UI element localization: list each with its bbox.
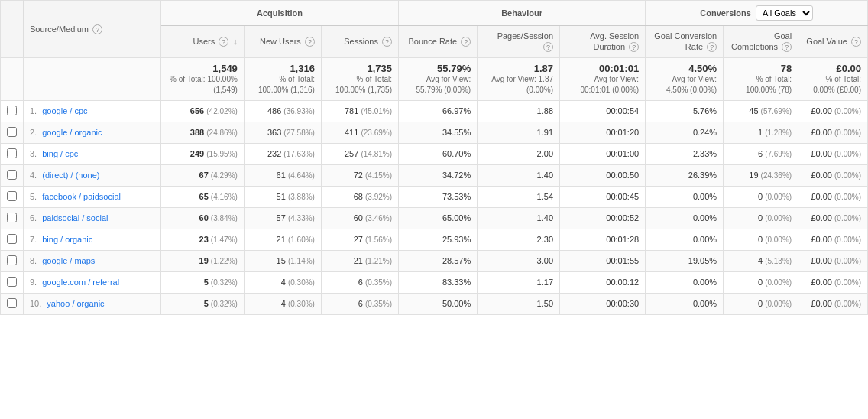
row-checkbox[interactable]: [7, 191, 17, 201]
row-sessions-cell: 60 (3.46%): [321, 207, 398, 229]
row-avg-session-cell: 00:00:52: [560, 207, 646, 229]
row-sessions-cell: 21 (1.21%): [321, 250, 398, 271]
summary-sessions-value: 1,735: [328, 63, 392, 74]
row-users-cell: 388 (24.86%): [161, 122, 245, 143]
row-source-cell: 10. yahoo / organic: [24, 293, 161, 314]
bounce-rate-label: Bounce Rate: [409, 37, 458, 46]
row-goal-val-cell: £0.00 (0.00%): [798, 293, 868, 314]
row-checkbox-cell[interactable]: [1, 143, 24, 164]
table-row: 8. google / maps 19 (1.22%) 15 (1.14%) 2…: [1, 250, 868, 271]
row-source-link[interactable]: bing / cpc: [42, 149, 78, 158]
row-users-value: 5: [204, 299, 209, 308]
row-users-value: 249: [190, 149, 204, 158]
row-checkbox-cell[interactable]: [1, 186, 24, 207]
row-checkbox[interactable]: [7, 127, 17, 137]
row-bounce-cell: 73.53%: [398, 186, 477, 207]
row-users-pct: (42.02%): [206, 107, 238, 115]
new-users-label: New Users: [260, 37, 301, 46]
goal-conv-rate-help-icon[interactable]: ?: [707, 42, 717, 52]
row-checkbox[interactable]: [7, 106, 17, 115]
row-checkbox-cell[interactable]: [1, 293, 24, 314]
row-goal-conv-cell: 0.24%: [646, 122, 724, 143]
summary-bounce-value: 55.79%: [405, 63, 471, 74]
summary-goal-val-value: £0.00: [805, 63, 861, 74]
row-new-users-cell: 57 (4.33%): [244, 207, 321, 229]
row-checkbox[interactable]: [7, 234, 17, 244]
goal-value-help-icon[interactable]: ?: [851, 37, 861, 47]
row-pages-cell: 1.91: [478, 122, 560, 143]
row-source-link[interactable]: (direct) / (none): [42, 171, 99, 180]
row-checkbox-cell[interactable]: [1, 271, 24, 293]
bounce-rate-help-icon[interactable]: ?: [461, 37, 471, 47]
row-rank: 5.: [30, 192, 37, 201]
row-avg-session-cell: 00:00:30: [560, 293, 646, 314]
row-source-link[interactable]: google.com / referral: [42, 278, 119, 287]
users-help-icon[interactable]: ?: [219, 37, 228, 47]
row-checkbox-cell[interactable]: [1, 122, 24, 143]
row-checkbox[interactable]: [7, 298, 17, 308]
row-new-users-cell: 61 (4.64%): [244, 164, 321, 186]
row-checkbox-cell[interactable]: [1, 100, 24, 122]
row-sessions-cell: 72 (4.15%): [321, 164, 398, 186]
source-medium-help-icon[interactable]: ?: [92, 24, 102, 34]
row-checkbox-cell[interactable]: [1, 229, 24, 250]
row-source-link[interactable]: paidsocial / social: [42, 213, 108, 222]
avg-session-help-icon[interactable]: ?: [629, 42, 639, 52]
source-medium-header: Source/Medium ?: [24, 1, 161, 58]
row-goal-conv-cell: 26.39%: [646, 164, 724, 186]
row-users-cell: 5 (0.32%): [161, 271, 245, 293]
users-sort-icon[interactable]: ↓: [233, 36, 238, 47]
row-users-value: 388: [190, 128, 204, 137]
goal-completions-help-icon[interactable]: ?: [782, 42, 792, 52]
row-source-link[interactable]: yahoo / organic: [47, 299, 104, 308]
row-source-link[interactable]: google / organic: [42, 128, 102, 137]
row-rank: 1.: [30, 106, 37, 115]
row-users-cell: 5 (0.32%): [161, 293, 245, 314]
row-goal-val-cell: £0.00 (0.00%): [798, 164, 868, 186]
summary-new-users-sub: % of Total: 100.00% (1,316): [251, 74, 315, 96]
row-source-cell: 3. bing / cpc: [24, 143, 161, 164]
goal-conv-rate-header: Goal Conversion Rate ?: [646, 26, 724, 58]
row-users-pct: (4.29%): [211, 171, 238, 180]
bounce-rate-header: Bounce Rate ?: [398, 26, 477, 58]
row-users-cell: 656 (42.02%): [161, 100, 245, 122]
row-source-link[interactable]: google / cpc: [42, 106, 87, 115]
row-source-cell: 1. google / cpc: [24, 100, 161, 122]
row-checkbox-cell[interactable]: [1, 207, 24, 229]
row-users-value: 656: [190, 106, 204, 115]
row-users-cell: 23 (1.47%): [161, 229, 245, 250]
row-avg-session-cell: 00:01:55: [560, 250, 646, 271]
summary-goal-conv-value: 4.50%: [652, 63, 717, 74]
row-bounce-cell: 66.97%: [398, 100, 477, 122]
new-users-help-icon[interactable]: ?: [305, 37, 315, 47]
row-users-cell: 60 (3.84%): [161, 207, 245, 229]
row-goal-comp-cell: 0 (0.00%): [724, 271, 798, 293]
sessions-help-icon[interactable]: ?: [382, 37, 392, 47]
avg-session-header: Avg. Session Duration ?: [560, 26, 646, 58]
row-source-link[interactable]: facebook / paidsocial: [42, 192, 121, 201]
row-users-cell: 67 (4.29%): [161, 164, 245, 186]
summary-avg-value: 00:01:01: [566, 63, 639, 74]
row-goal-conv-cell: 0.00%: [646, 293, 724, 314]
row-rank: 8.: [30, 256, 37, 265]
row-checkbox[interactable]: [7, 213, 17, 222]
row-checkbox[interactable]: [7, 277, 17, 287]
row-checkbox[interactable]: [7, 148, 17, 158]
row-new-users-cell: 486 (36.93%): [244, 100, 321, 122]
row-checkbox-cell[interactable]: [1, 164, 24, 186]
summary-bounce-sub: Avg for View: 55.79% (0.00%): [405, 74, 471, 96]
row-source-link[interactable]: google / maps: [42, 256, 95, 265]
row-goal-comp-cell: 0 (0.00%): [724, 229, 798, 250]
acquisition-group-header: Acquisition: [161, 1, 399, 26]
row-checkbox[interactable]: [7, 255, 17, 265]
row-goal-conv-cell: 0.00%: [646, 207, 724, 229]
row-checkbox-cell[interactable]: [1, 250, 24, 271]
pages-session-help-icon[interactable]: ?: [543, 42, 553, 52]
row-source-link[interactable]: bing / organic: [42, 235, 92, 244]
summary-sessions-cell: 1,735 % of Total: 100.00% (1,735): [321, 57, 398, 100]
row-goal-conv-cell: 0.00%: [646, 229, 724, 250]
all-goals-dropdown[interactable]: All Goals: [756, 5, 813, 21]
row-checkbox[interactable]: [7, 170, 17, 180]
row-users-pct: (1.22%): [211, 257, 238, 265]
summary-source-cell: [24, 57, 161, 100]
